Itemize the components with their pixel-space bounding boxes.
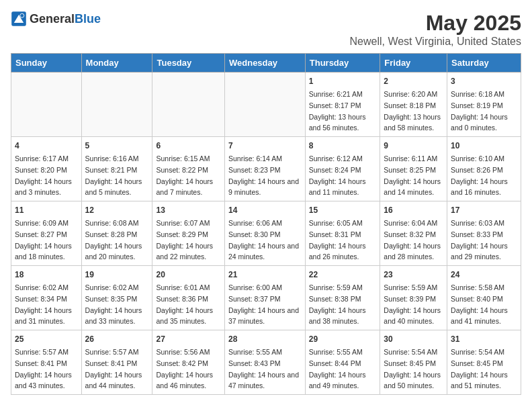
day-number: 11 bbox=[15, 204, 78, 216]
day-info: Sunrise: 5:54 AMSunset: 8:45 PMDaylight:… bbox=[451, 348, 508, 390]
calendar-cell: 30Sunrise: 5:54 AMSunset: 8:45 PMDayligh… bbox=[380, 330, 447, 395]
col-header-saturday: Saturday bbox=[447, 54, 521, 73]
day-info: Sunrise: 6:14 AMSunset: 8:23 PMDaylight:… bbox=[228, 154, 299, 196]
calendar-cell: 10Sunrise: 6:10 AMSunset: 8:26 PMDayligh… bbox=[447, 137, 521, 201]
day-number: 20 bbox=[156, 269, 221, 281]
header: GeneralBlue May 2025 Newell, West Virgin… bbox=[11, 11, 521, 48]
calendar-cell: 9Sunrise: 6:11 AMSunset: 8:25 PMDaylight… bbox=[380, 137, 447, 201]
day-info: Sunrise: 6:10 AMSunset: 8:26 PMDaylight:… bbox=[451, 154, 508, 196]
subtitle: Newell, West Virginia, United States bbox=[349, 36, 521, 48]
calendar-cell: 19Sunrise: 6:02 AMSunset: 8:35 PMDayligh… bbox=[81, 266, 152, 330]
col-header-friday: Friday bbox=[380, 54, 447, 73]
calendar-cell: 8Sunrise: 6:12 AMSunset: 8:24 PMDaylight… bbox=[305, 137, 380, 201]
day-number: 29 bbox=[309, 333, 377, 345]
day-info: Sunrise: 5:55 AMSunset: 8:43 PMDaylight:… bbox=[228, 348, 299, 390]
day-number: 19 bbox=[85, 269, 149, 281]
day-number: 14 bbox=[228, 204, 302, 216]
day-info: Sunrise: 5:59 AMSunset: 8:39 PMDaylight:… bbox=[384, 283, 441, 325]
day-number: 31 bbox=[451, 333, 517, 345]
main-title: May 2025 bbox=[349, 11, 521, 36]
day-number: 2 bbox=[384, 75, 443, 87]
calendar-cell: 21Sunrise: 6:00 AMSunset: 8:37 PMDayligh… bbox=[224, 266, 305, 330]
calendar-cell: 24Sunrise: 5:58 AMSunset: 8:40 PMDayligh… bbox=[447, 266, 521, 330]
day-info: Sunrise: 5:55 AMSunset: 8:44 PMDaylight:… bbox=[309, 348, 366, 390]
day-info: Sunrise: 6:09 AMSunset: 8:27 PMDaylight:… bbox=[15, 219, 72, 261]
day-info: Sunrise: 5:54 AMSunset: 8:45 PMDaylight:… bbox=[384, 348, 441, 390]
calendar-cell bbox=[152, 73, 225, 137]
day-info: Sunrise: 6:01 AMSunset: 8:36 PMDaylight:… bbox=[156, 283, 213, 325]
day-info: Sunrise: 6:07 AMSunset: 8:29 PMDaylight:… bbox=[156, 219, 213, 261]
day-info: Sunrise: 6:21 AMSunset: 8:17 PMDaylight:… bbox=[309, 90, 366, 132]
calendar-week-4: 18Sunrise: 6:02 AMSunset: 8:34 PMDayligh… bbox=[11, 266, 521, 330]
day-number: 12 bbox=[85, 204, 149, 216]
col-header-tuesday: Tuesday bbox=[152, 54, 225, 73]
calendar-cell: 28Sunrise: 5:55 AMSunset: 8:43 PMDayligh… bbox=[224, 330, 305, 395]
day-number: 8 bbox=[309, 140, 377, 152]
title-area: May 2025 Newell, West Virginia, United S… bbox=[349, 11, 521, 48]
calendar-cell: 26Sunrise: 5:57 AMSunset: 8:41 PMDayligh… bbox=[81, 330, 152, 395]
calendar-cell: 20Sunrise: 6:01 AMSunset: 8:36 PMDayligh… bbox=[152, 266, 225, 330]
calendar-cell: 31Sunrise: 5:54 AMSunset: 8:45 PMDayligh… bbox=[447, 330, 521, 395]
day-number: 17 bbox=[451, 204, 517, 216]
day-info: Sunrise: 6:02 AMSunset: 8:34 PMDaylight:… bbox=[15, 283, 72, 325]
day-info: Sunrise: 6:03 AMSunset: 8:33 PMDaylight:… bbox=[451, 219, 508, 261]
calendar-cell: 16Sunrise: 6:04 AMSunset: 8:32 PMDayligh… bbox=[380, 201, 447, 266]
calendar-cell: 23Sunrise: 5:59 AMSunset: 8:39 PMDayligh… bbox=[380, 266, 447, 330]
calendar-cell bbox=[81, 73, 152, 137]
calendar-table: SundayMondayTuesdayWednesdayThursdayFrid… bbox=[11, 53, 521, 395]
calendar-header-row: SundayMondayTuesdayWednesdayThursdayFrid… bbox=[11, 54, 521, 73]
day-info: Sunrise: 6:02 AMSunset: 8:35 PMDaylight:… bbox=[85, 283, 142, 325]
day-number: 22 bbox=[309, 269, 377, 281]
calendar-cell: 29Sunrise: 5:55 AMSunset: 8:44 PMDayligh… bbox=[305, 330, 380, 395]
day-number: 13 bbox=[156, 204, 221, 216]
day-info: Sunrise: 6:04 AMSunset: 8:32 PMDaylight:… bbox=[384, 219, 441, 261]
day-number: 4 bbox=[15, 140, 78, 152]
calendar-cell: 12Sunrise: 6:08 AMSunset: 8:28 PMDayligh… bbox=[81, 201, 152, 266]
day-number: 10 bbox=[451, 140, 517, 152]
day-info: Sunrise: 6:17 AMSunset: 8:20 PMDaylight:… bbox=[15, 154, 72, 196]
day-number: 7 bbox=[228, 140, 302, 152]
day-number: 18 bbox=[15, 269, 78, 281]
calendar-cell: 18Sunrise: 6:02 AMSunset: 8:34 PMDayligh… bbox=[11, 266, 82, 330]
day-info: Sunrise: 5:57 AMSunset: 8:41 PMDaylight:… bbox=[85, 348, 142, 390]
day-number: 24 bbox=[451, 269, 517, 281]
day-info: Sunrise: 6:15 AMSunset: 8:22 PMDaylight:… bbox=[156, 154, 213, 196]
day-number: 28 bbox=[228, 333, 302, 345]
day-number: 26 bbox=[85, 333, 149, 345]
day-number: 16 bbox=[384, 204, 443, 216]
calendar-week-5: 25Sunrise: 5:57 AMSunset: 8:41 PMDayligh… bbox=[11, 330, 521, 395]
day-info: Sunrise: 6:08 AMSunset: 8:28 PMDaylight:… bbox=[85, 219, 142, 261]
day-info: Sunrise: 6:06 AMSunset: 8:30 PMDaylight:… bbox=[228, 219, 299, 261]
day-number: 30 bbox=[384, 333, 443, 345]
calendar-cell: 11Sunrise: 6:09 AMSunset: 8:27 PMDayligh… bbox=[11, 201, 82, 266]
col-header-wednesday: Wednesday bbox=[224, 54, 305, 73]
calendar-cell: 22Sunrise: 5:59 AMSunset: 8:38 PMDayligh… bbox=[305, 266, 380, 330]
calendar-cell: 17Sunrise: 6:03 AMSunset: 8:33 PMDayligh… bbox=[447, 201, 521, 266]
day-number: 5 bbox=[85, 140, 149, 152]
calendar-cell: 25Sunrise: 5:57 AMSunset: 8:41 PMDayligh… bbox=[11, 330, 82, 395]
calendar-cell: 27Sunrise: 5:56 AMSunset: 8:42 PMDayligh… bbox=[152, 330, 225, 395]
calendar-cell: 15Sunrise: 6:05 AMSunset: 8:31 PMDayligh… bbox=[305, 201, 380, 266]
day-info: Sunrise: 5:58 AMSunset: 8:40 PMDaylight:… bbox=[451, 283, 508, 325]
day-number: 25 bbox=[15, 333, 78, 345]
day-number: 27 bbox=[156, 333, 221, 345]
day-info: Sunrise: 5:59 AMSunset: 8:38 PMDaylight:… bbox=[309, 283, 366, 325]
calendar-cell: 5Sunrise: 6:16 AMSunset: 8:21 PMDaylight… bbox=[81, 137, 152, 201]
day-info: Sunrise: 6:12 AMSunset: 8:24 PMDaylight:… bbox=[309, 154, 366, 196]
day-info: Sunrise: 5:56 AMSunset: 8:42 PMDaylight:… bbox=[156, 348, 213, 390]
calendar-cell bbox=[11, 73, 82, 137]
day-info: Sunrise: 6:20 AMSunset: 8:18 PMDaylight:… bbox=[384, 90, 441, 132]
day-number: 23 bbox=[384, 269, 443, 281]
day-info: Sunrise: 6:11 AMSunset: 8:25 PMDaylight:… bbox=[384, 154, 441, 196]
svg-point-2 bbox=[20, 13, 24, 17]
calendar-cell: 7Sunrise: 6:14 AMSunset: 8:23 PMDaylight… bbox=[224, 137, 305, 201]
day-info: Sunrise: 6:05 AMSunset: 8:31 PMDaylight:… bbox=[309, 219, 366, 261]
day-number: 3 bbox=[451, 75, 517, 87]
calendar-cell: 13Sunrise: 6:07 AMSunset: 8:29 PMDayligh… bbox=[152, 201, 225, 266]
calendar-cell: 14Sunrise: 6:06 AMSunset: 8:30 PMDayligh… bbox=[224, 201, 305, 266]
calendar-cell: 4Sunrise: 6:17 AMSunset: 8:20 PMDaylight… bbox=[11, 137, 82, 201]
day-info: Sunrise: 6:00 AMSunset: 8:37 PMDaylight:… bbox=[228, 283, 299, 325]
calendar-cell: 1Sunrise: 6:21 AMSunset: 8:17 PMDaylight… bbox=[305, 73, 380, 137]
day-number: 9 bbox=[384, 140, 443, 152]
logo-text: GeneralBlue bbox=[30, 13, 101, 26]
